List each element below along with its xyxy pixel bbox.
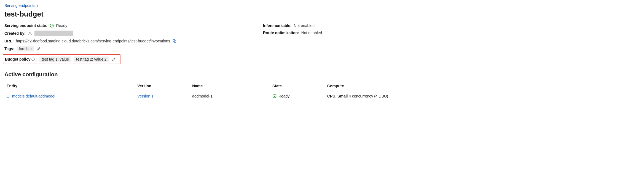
pencil-icon[interactable] (112, 57, 116, 61)
route-optimization-label: Route optimization: (263, 31, 299, 35)
created-by-redacted (34, 31, 73, 36)
budget-policy-label: Budget policy (5, 57, 31, 61)
budget-policy-highlight: Budget policy : test tag 1: value test t… (3, 54, 120, 64)
serving-state-label: Serving endpoint state: (4, 23, 47, 28)
tags-row: Tags: foo: bar (4, 46, 257, 52)
entity-link[interactable]: models.default.addmodel (12, 94, 55, 98)
compute-rest: 4 concurrency (4 DBU) (348, 94, 388, 98)
model-icon (7, 95, 9, 98)
budget-tag-chip: test tag 1: value (39, 56, 71, 62)
breadcrumb-root-link[interactable]: Serving endpoints (4, 3, 35, 8)
svg-point-1 (29, 32, 31, 33)
created-by-row: Created by: (4, 31, 257, 36)
compute-cpu: CPU (327, 94, 336, 98)
info-icon[interactable] (31, 57, 35, 61)
entity-cell: models.default.addmodel (7, 94, 132, 98)
user-icon (28, 31, 32, 36)
inference-table-value: Not enabled (294, 23, 315, 28)
active-config-heading: Active configuration (4, 71, 640, 78)
pencil-icon[interactable] (36, 47, 41, 51)
serving-state-row: Serving endpoint state: Ready (4, 23, 257, 28)
tags-label: Tags: (4, 47, 14, 51)
created-by-label: Created by: (4, 31, 26, 36)
col-state: State (270, 81, 325, 91)
copy-icon[interactable] (172, 39, 177, 43)
name-cell: addmodel-1 (190, 91, 270, 101)
route-optimization-row: Route optimization: Not enabled (263, 31, 432, 35)
chevron-right-icon: › (37, 3, 38, 8)
state-value: Ready (278, 94, 289, 98)
compute-sep: , (335, 94, 337, 98)
budget-tag-chip: test tag 2: value 2 (74, 56, 109, 62)
inference-table-row: Inference table: Not enabled (263, 23, 432, 28)
col-version: Version (135, 81, 190, 91)
page-title: test-budget (4, 10, 640, 18)
details-grid: Serving endpoint state: Ready Inference … (4, 23, 426, 64)
tag-chip: foo: bar (17, 46, 34, 52)
col-entity: Entity (4, 81, 135, 91)
col-name: Name (190, 81, 270, 91)
svg-point-0 (50, 24, 53, 27)
url-value: https://e2-dogfood.staging.cloud.databri… (16, 39, 170, 43)
compute-size: Small (337, 94, 348, 98)
state-cell: Ready (272, 94, 322, 98)
svg-point-6 (33, 58, 33, 59)
table-header-row: Entity Version Name State Compute (4, 81, 426, 91)
version-link[interactable]: Version 1 (137, 94, 153, 98)
check-circle-icon (50, 23, 54, 28)
inference-table-label: Inference table: (263, 23, 291, 28)
active-config-table: Entity Version Name State Compute models… (4, 81, 426, 101)
budget-policy-row-wrapper: Budget policy : test tag 1: value test t… (4, 54, 257, 64)
budget-policy-colon: : (36, 57, 37, 61)
route-optimization-value: Not enabled (301, 31, 322, 35)
compute-cell: CPU, Small 4 concurrency (4 DBU) (325, 91, 426, 101)
serving-state-value: Ready (56, 23, 67, 28)
url-row: URL: https://e2-dogfood.staging.cloud.da… (4, 39, 257, 43)
breadcrumb: Serving endpoints › (4, 3, 640, 8)
check-circle-icon (272, 94, 277, 98)
url-label: URL: (4, 39, 14, 43)
table-row: models.default.addmodel Version 1 addmod… (4, 91, 426, 101)
svg-point-7 (273, 94, 276, 98)
col-compute: Compute (325, 81, 426, 91)
